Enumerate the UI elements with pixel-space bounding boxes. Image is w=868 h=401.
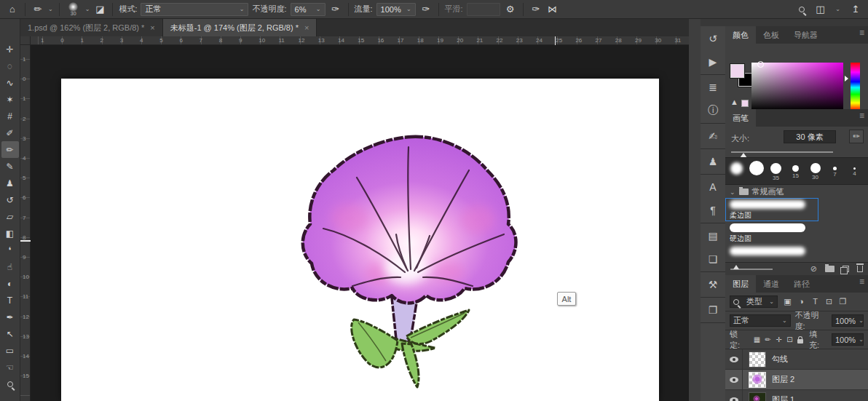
brush-preset[interactable]: 4: [845, 159, 864, 184]
document-tab[interactable]: 未标题-1 @ 174% (图层 2, RGB/8) *×: [163, 19, 317, 36]
layer-visibility-cell[interactable]: [725, 349, 743, 369]
horizontal-ruler[interactable]: 1012345678910111213141516171819202122232…: [31, 36, 689, 45]
brush-tool[interactable]: ✏: [1, 141, 19, 158]
history-brush-tool[interactable]: ↺: [1, 191, 19, 208]
properties-panel-icon[interactable]: ≣: [702, 78, 724, 97]
clone-source-panel-icon[interactable]: ♟: [702, 152, 724, 171]
history-panel-icon[interactable]: ↺: [702, 29, 724, 48]
brush-tool-icon[interactable]: ✏: [31, 4, 44, 14]
layer-filter-select[interactable]: 类型 ⌄: [730, 295, 778, 308]
blur-tool[interactable]: ❛: [1, 242, 19, 258]
panel-menu-icon[interactable]: ≡: [859, 275, 868, 293]
layer-thumbnail[interactable]: [749, 392, 766, 401]
move-tool[interactable]: ✛: [1, 41, 19, 57]
airbrush-pressure-icon[interactable]: ✑: [329, 4, 342, 14]
chevron-down-icon[interactable]: ⌄: [85, 6, 90, 12]
tab-close-icon[interactable]: ×: [150, 23, 154, 32]
panel-menu-icon[interactable]: ≡: [859, 26, 868, 44]
airbrush-icon[interactable]: ✑: [419, 4, 433, 14]
trash-icon[interactable]: [857, 266, 863, 272]
panel-gutter[interactable]: [689, 19, 701, 401]
layer-fill-field[interactable]: 100% ⌄: [832, 333, 864, 346]
actions-panel-icon[interactable]: ▶: [702, 52, 724, 71]
filter-smart-objects-icon[interactable]: ❐: [837, 297, 848, 306]
color-panel-tab[interactable]: 色板: [756, 26, 786, 44]
color-panel-tab[interactable]: 颜色: [725, 26, 756, 44]
color-panel-tab[interactable]: 导航器: [786, 26, 825, 44]
brush-preset[interactable]: [727, 159, 746, 184]
pencil-tool[interactable]: ✎: [1, 158, 19, 175]
brush-panel-toggle-icon[interactable]: ◪: [93, 4, 106, 14]
blend-mode-select[interactable]: 正常 ⌄: [141, 3, 248, 16]
stroke-preview-slider[interactable]: [730, 269, 773, 270]
lock-artboard-icon[interactable]: ⊡: [785, 336, 794, 344]
brush-item[interactable]: [725, 245, 818, 262]
filter-shape-layers-icon[interactable]: ⊡: [824, 297, 835, 306]
crop-tool[interactable]: #: [1, 108, 19, 124]
brush-preset[interactable]: 30: [805, 159, 825, 184]
paragraph-panel-icon[interactable]: ¶: [702, 201, 724, 220]
smoothing-field[interactable]: [467, 3, 500, 16]
eye-icon[interactable]: [730, 397, 738, 401]
gear-icon[interactable]: ⚙: [504, 4, 517, 14]
new-brush-icon[interactable]: [843, 266, 849, 272]
flow-select[interactable]: 100% ⌄: [376, 3, 416, 16]
layer-row[interactable]: 图层 1: [725, 390, 868, 401]
workspace-switcher-icon[interactable]: ◫: [813, 4, 826, 14]
layer-row[interactable]: 图层 2: [725, 370, 868, 390]
saturation-brightness-field[interactable]: [751, 63, 843, 109]
toggle-visibility-icon[interactable]: ⊘: [810, 265, 817, 273]
layer-blend-mode-select[interactable]: 正常 ⌄: [730, 314, 791, 327]
eyedropper-tool[interactable]: ✐: [1, 124, 19, 141]
brush-size-field[interactable]: 30 像素: [784, 130, 836, 143]
tool-presets-panel-icon[interactable]: ⚒: [702, 275, 724, 294]
home-icon[interactable]: ⌂: [6, 4, 19, 14]
snapshot-panel-icon[interactable]: ❐: [702, 301, 724, 319]
character-panel-icon[interactable]: A: [702, 178, 724, 196]
brush-preset-picker[interactable]: 30: [66, 2, 82, 16]
gamut-color-swatch[interactable]: [741, 100, 749, 107]
marquee-tool[interactable]: ◌: [1, 57, 19, 74]
lock-transparency-icon[interactable]: ▦: [752, 336, 762, 344]
foreground-color-swatch[interactable]: [730, 64, 744, 78]
color-picker-cursor[interactable]: [757, 61, 764, 68]
brush-preset[interactable]: 7: [825, 159, 845, 184]
lock-position-icon[interactable]: ✛: [774, 336, 784, 344]
eraser-tool[interactable]: ▱: [1, 208, 19, 225]
layer-opacity-field[interactable]: 100% ⌄: [832, 314, 864, 327]
path-select-tool[interactable]: ↖: [1, 325, 19, 342]
tab-close-icon[interactable]: ×: [304, 23, 309, 32]
hand-tool[interactable]: ☜: [1, 359, 19, 376]
gamut-warning-icon[interactable]: ▲: [730, 98, 738, 106]
brush-preset[interactable]: [746, 159, 766, 184]
brush-preset[interactable]: 35: [766, 159, 786, 184]
magic-wand-tool[interactable]: ✶: [1, 91, 19, 108]
filter-adjustment-layers-icon[interactable]: ◑: [796, 297, 807, 306]
layer-thumbnail[interactable]: [749, 372, 766, 388]
brush-preset[interactable]: 15: [786, 159, 805, 184]
layers-panel-tab[interactable]: 路径: [786, 275, 817, 293]
layer-visibility-cell[interactable]: [725, 390, 743, 401]
dodge-tool[interactable]: ◐: [1, 275, 19, 292]
tab-brushes[interactable]: 画笔: [725, 109, 756, 127]
search-icon[interactable]: [799, 7, 805, 12]
layer-thumbnail[interactable]: [749, 352, 766, 368]
lock-pixels-icon[interactable]: ✏: [763, 336, 773, 344]
notes-panel-icon[interactable]: ❏: [702, 250, 724, 269]
filter-pixel-layers-icon[interactable]: ▣: [782, 297, 793, 306]
chevron-down-icon[interactable]: ⌄: [48, 6, 53, 12]
smudge-tool[interactable]: ☝: [1, 258, 19, 275]
clone-stamp-tool[interactable]: ♟: [1, 175, 19, 191]
chevron-down-icon[interactable]: ⌄: [835, 6, 840, 12]
panel-menu-icon[interactable]: ≡: [859, 109, 868, 127]
type-tool[interactable]: T: [1, 292, 19, 309]
brush-settings-button[interactable]: ✏: [849, 130, 864, 143]
zoom-tool[interactable]: [1, 376, 19, 392]
layers-panel-tab[interactable]: 通道: [756, 275, 786, 293]
vertical-ruler[interactable]: 10123456789101112131415: [20, 45, 31, 401]
pen-tool[interactable]: ✒: [1, 309, 19, 325]
libraries-panel-icon[interactable]: ▤: [702, 226, 724, 245]
opacity-select[interactable]: 6% ⌄: [291, 3, 326, 16]
brush-pressure-icon[interactable]: ✑: [529, 4, 542, 14]
document-tab[interactable]: 1.psd @ 162% (图层 2, RGB/8) *×: [20, 19, 163, 36]
